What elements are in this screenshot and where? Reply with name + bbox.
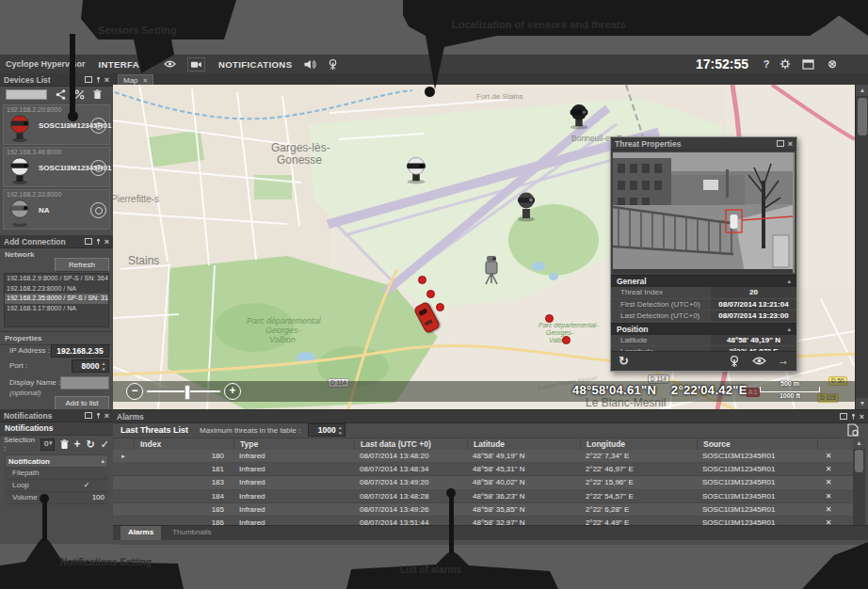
threat-dot[interactable] bbox=[562, 336, 571, 344]
map-sensor-icon[interactable] bbox=[401, 156, 431, 184]
eye-icon[interactable] bbox=[752, 356, 766, 366]
tab-thumbnails[interactable]: Thumbnails bbox=[165, 526, 218, 540]
window-icon[interactable] bbox=[802, 59, 817, 70]
disconnect-icon[interactable] bbox=[74, 89, 85, 100]
device-item[interactable]: 192.168.2.20:8000SOSC1I3M12345R01 bbox=[3, 104, 110, 145]
threat-dot[interactable] bbox=[426, 290, 435, 298]
pin-icon[interactable] bbox=[96, 412, 101, 420]
maximize-icon[interactable] bbox=[777, 140, 784, 147]
refresh-icon[interactable]: ↻ bbox=[619, 354, 629, 368]
alarm-longitude: 2°22' 46,97" E bbox=[580, 465, 697, 473]
alarm-row[interactable]: 184Infrared08/07/2014 13:48:2848°58' 36,… bbox=[113, 490, 853, 503]
notification-setting-row[interactable]: Filepath bbox=[5, 468, 108, 480]
max-threats-field[interactable]: 1000▴▾ bbox=[308, 423, 346, 437]
close-icon[interactable]: × bbox=[860, 414, 864, 420]
setting-value[interactable]: ✓ bbox=[65, 480, 108, 491]
port-spinner[interactable]: ▴▾ bbox=[100, 360, 107, 372]
notification-setting-row[interactable]: Volume100 bbox=[5, 492, 108, 504]
tab-close-icon[interactable]: ✕ bbox=[143, 77, 149, 85]
pin-icon[interactable] bbox=[96, 76, 101, 84]
scroll-down-icon[interactable]: ▼ bbox=[856, 398, 868, 409]
trash-icon[interactable] bbox=[93, 89, 102, 100]
delete-alarm-icon[interactable]: ✕ bbox=[817, 452, 840, 460]
threat-popup-titlebar[interactable]: Threat Properties × bbox=[611, 137, 796, 151]
share-icon[interactable] bbox=[56, 89, 66, 100]
max-threats-spinner[interactable]: ▴▾ bbox=[336, 424, 344, 436]
locate-device-button[interactable] bbox=[90, 202, 106, 218]
network-device-list[interactable]: 192.168.2.9:8000 / SP-S / SN: 3640192.16… bbox=[4, 273, 109, 327]
zoom-in-button[interactable]: + bbox=[224, 383, 241, 400]
network-entry[interactable]: 192.168.2.23:8000 / NA bbox=[5, 284, 108, 294]
add-to-list-button[interactable]: Add to list bbox=[55, 396, 109, 410]
scroll-up-icon[interactable]: ▲ bbox=[853, 438, 865, 449]
alarm-row[interactable]: 181Infrared08/07/2014 13:48:3448°58' 45,… bbox=[113, 463, 853, 476]
ip-address-field[interactable]: 192.168.2.35 bbox=[51, 344, 109, 358]
maximize-icon[interactable] bbox=[85, 238, 92, 245]
trash-icon[interactable] bbox=[60, 439, 69, 450]
zoom-out-button[interactable]: − bbox=[126, 383, 143, 400]
delete-alarm-icon[interactable]: ✕ bbox=[817, 465, 840, 473]
threat-dot[interactable] bbox=[418, 276, 426, 284]
setting-value[interactable]: 100 bbox=[65, 492, 108, 503]
camera-icon[interactable] bbox=[187, 57, 205, 72]
gesture-icon[interactable] bbox=[328, 58, 340, 71]
map-sensor-icon[interactable] bbox=[478, 252, 505, 286]
notification-group-header[interactable]: Notification ▴ bbox=[5, 454, 108, 468]
refresh-button[interactable]: Refresh bbox=[55, 258, 109, 272]
close-icon[interactable]: × bbox=[104, 239, 109, 245]
export-icon[interactable] bbox=[847, 423, 859, 437]
close-icon[interactable]: × bbox=[104, 413, 109, 419]
general-section-header[interactable]: General▴ bbox=[611, 275, 796, 287]
help-icon[interactable]: ? bbox=[759, 58, 774, 70]
device-filter-input[interactable] bbox=[6, 89, 47, 100]
delete-alarm-icon[interactable]: ✕ bbox=[817, 478, 840, 486]
apply-check-icon[interactable]: ✓ bbox=[101, 438, 109, 451]
pin-icon[interactable] bbox=[96, 238, 101, 246]
tab-alarms[interactable]: Alarms bbox=[121, 526, 161, 540]
map-scrollbar[interactable]: ▲ ▼ bbox=[855, 85, 868, 409]
maximize-icon[interactable] bbox=[840, 413, 847, 420]
maximize-icon[interactable] bbox=[85, 76, 92, 83]
collapse-icon[interactable]: ▴ bbox=[101, 457, 104, 465]
zoom-slider-track[interactable] bbox=[147, 390, 220, 392]
network-entry[interactable]: 192.168.2.9:8000 / SP-S / SN: 3640 bbox=[5, 274, 108, 284]
zoom-slider-handle[interactable] bbox=[185, 385, 190, 400]
device-item[interactable]: 192.168.2.33:8000NA bbox=[3, 189, 110, 230]
delete-alarm-icon[interactable]: ✕ bbox=[817, 492, 840, 501]
arrow-right-icon[interactable]: → bbox=[778, 354, 789, 367]
setting-value[interactable] bbox=[65, 468, 108, 479]
threat-dot[interactable] bbox=[436, 303, 444, 311]
alarm-row[interactable]: ▸180Infrared08/07/2014 13:48:2048°58' 49… bbox=[113, 450, 853, 463]
gesture-icon[interactable] bbox=[729, 355, 742, 368]
position-section-header[interactable]: Position▴ bbox=[611, 323, 796, 335]
menu-notifications[interactable]: NOTIFICATIONS bbox=[218, 59, 292, 70]
threat-dot[interactable] bbox=[545, 314, 554, 323]
port-field[interactable]: 8000▴▾ bbox=[72, 359, 109, 373]
alarms-scrollbar[interactable]: ▲ bbox=[853, 438, 865, 525]
locate-device-button[interactable] bbox=[90, 118, 106, 134]
map-sensor-icon[interactable] bbox=[512, 190, 540, 222]
close-icon[interactable]: × bbox=[104, 77, 109, 83]
power-icon[interactable]: ⊗ bbox=[825, 57, 840, 71]
notification-setting-row[interactable]: Loop✓ bbox=[5, 480, 108, 492]
network-entry[interactable]: 192.168.3.17:8000 / NA bbox=[5, 304, 108, 314]
scroll-up-icon[interactable]: ▲ bbox=[856, 85, 868, 96]
alarm-row[interactable]: 185Infrared08/07/2014 13:49:2648°58' 35,… bbox=[113, 503, 853, 517]
map-sensor-icon[interactable] bbox=[563, 103, 595, 130]
maximize-icon[interactable] bbox=[85, 412, 92, 419]
device-item[interactable]: 192.168.3.46:8000SOSC1I3M12345R01 bbox=[3, 147, 110, 187]
eye-icon[interactable] bbox=[164, 59, 176, 69]
pin-icon[interactable] bbox=[851, 413, 856, 421]
settings-gear-icon[interactable] bbox=[780, 58, 795, 70]
add-icon[interactable]: + bbox=[74, 438, 81, 451]
delete-alarm-icon[interactable]: ✕ bbox=[817, 505, 840, 514]
scrollbar-thumb[interactable] bbox=[855, 450, 863, 472]
scrollbar-thumb[interactable] bbox=[858, 98, 867, 135]
speaker-icon[interactable] bbox=[303, 59, 316, 70]
network-entry[interactable]: 192.168.2.35:8000 / SP-S / SN: 31001 bbox=[5, 294, 108, 304]
selection-dropdown[interactable]: 0 bbox=[40, 438, 55, 451]
locate-device-button[interactable] bbox=[90, 160, 106, 176]
alarm-row[interactable]: 183Infrared08/07/2014 13:49:2048°58' 40,… bbox=[113, 476, 853, 489]
refresh-icon[interactable]: ↻ bbox=[87, 438, 95, 451]
close-icon[interactable]: × bbox=[788, 141, 793, 147]
